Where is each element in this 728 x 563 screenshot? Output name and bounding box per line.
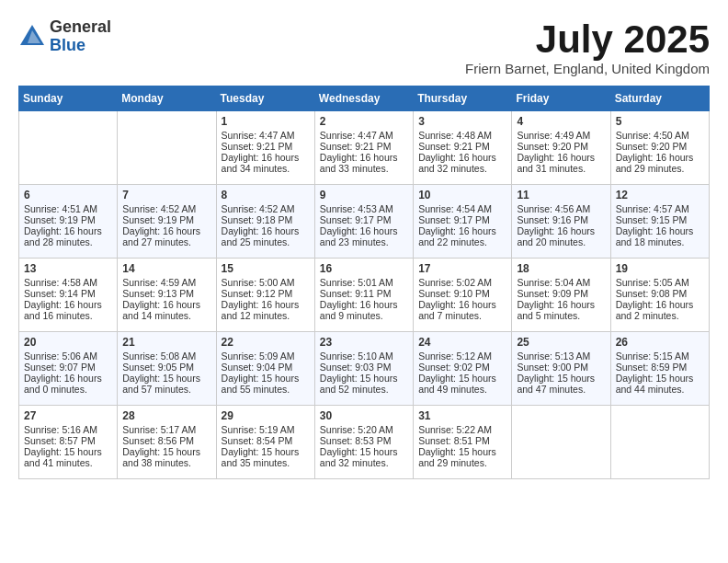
day-info: Daylight: 15 hours and 47 minutes. xyxy=(517,373,605,395)
day-number: 10 xyxy=(418,189,506,201)
day-info: Daylight: 15 hours and 41 minutes. xyxy=(24,446,112,468)
calendar-cell: 22Sunrise: 5:09 AMSunset: 9:04 PMDayligh… xyxy=(216,332,314,406)
calendar-cell: 27Sunrise: 5:16 AMSunset: 8:57 PMDayligh… xyxy=(19,406,118,479)
day-number: 4 xyxy=(517,115,605,128)
day-info: Daylight: 16 hours and 16 minutes. xyxy=(24,299,112,321)
day-info: Sunset: 9:00 PM xyxy=(517,362,605,373)
day-info: Daylight: 15 hours and 49 minutes. xyxy=(418,373,506,395)
day-info: Daylight: 16 hours and 28 minutes. xyxy=(24,225,112,247)
calendar-cell: 6Sunrise: 4:51 AMSunset: 9:19 PMDaylight… xyxy=(19,185,118,259)
day-info: Sunset: 9:19 PM xyxy=(122,214,210,225)
column-header-friday: Friday xyxy=(512,86,610,111)
day-info: Daylight: 15 hours and 44 minutes. xyxy=(616,373,704,395)
calendar-cell xyxy=(512,406,610,479)
calendar-week-1: 1Sunrise: 4:47 AMSunset: 9:21 PMDaylight… xyxy=(19,111,710,185)
day-info: Sunrise: 5:12 AM xyxy=(418,350,506,362)
calendar-cell: 13Sunrise: 4:58 AMSunset: 9:14 PMDayligh… xyxy=(19,259,118,332)
day-info: Sunset: 9:18 PM xyxy=(222,214,310,225)
day-number: 20 xyxy=(24,336,112,349)
day-info: Daylight: 16 hours and 2 minutes. xyxy=(616,299,704,321)
calendar-cell: 18Sunrise: 5:04 AMSunset: 9:09 PMDayligh… xyxy=(512,259,610,332)
calendar-cell: 28Sunrise: 5:17 AMSunset: 8:56 PMDayligh… xyxy=(118,406,216,479)
day-number: 2 xyxy=(320,115,408,128)
day-info: Sunset: 9:03 PM xyxy=(320,362,408,373)
day-info: Sunset: 9:21 PM xyxy=(222,141,310,152)
day-info: Daylight: 16 hours and 34 minutes. xyxy=(222,152,310,174)
day-info: Sunset: 9:13 PM xyxy=(122,288,210,299)
day-info: Sunrise: 5:15 AM xyxy=(616,350,704,362)
calendar-cell: 25Sunrise: 5:13 AMSunset: 9:00 PMDayligh… xyxy=(512,332,610,406)
day-info: Daylight: 16 hours and 20 minutes. xyxy=(517,225,605,247)
day-number: 31 xyxy=(418,409,506,422)
day-number: 29 xyxy=(222,409,310,422)
day-info: Sunset: 9:17 PM xyxy=(418,214,506,225)
day-info: Sunset: 8:54 PM xyxy=(222,435,310,446)
day-info: Sunset: 9:21 PM xyxy=(320,141,408,152)
day-number: 26 xyxy=(616,336,704,349)
day-info: Sunrise: 5:16 AM xyxy=(24,424,112,435)
day-info: Sunrise: 4:51 AM xyxy=(24,203,112,214)
location: Friern Barnet, England, United Kingdom xyxy=(465,61,710,76)
day-info: Sunset: 9:16 PM xyxy=(517,214,605,225)
calendar-cell: 17Sunrise: 5:02 AMSunset: 9:10 PMDayligh… xyxy=(414,259,512,332)
day-info: Sunset: 9:19 PM xyxy=(24,214,112,225)
column-header-monday: Monday xyxy=(118,86,216,111)
calendar-cell: 16Sunrise: 5:01 AMSunset: 9:11 PMDayligh… xyxy=(314,259,413,332)
column-header-thursday: Thursday xyxy=(414,86,512,111)
day-info: Sunset: 8:53 PM xyxy=(320,435,408,446)
calendar-week-4: 20Sunrise: 5:06 AMSunset: 9:07 PMDayligh… xyxy=(19,332,710,406)
page-header: General Blue July 2025 Friern Barnet, En… xyxy=(18,18,710,76)
day-info: Sunrise: 4:47 AM xyxy=(320,130,408,141)
calendar-cell: 11Sunrise: 4:56 AMSunset: 9:16 PMDayligh… xyxy=(512,185,610,259)
day-info: Sunrise: 4:48 AM xyxy=(418,130,506,141)
logo-blue: Blue xyxy=(50,37,111,55)
calendar-cell: 2Sunrise: 4:47 AMSunset: 9:21 PMDaylight… xyxy=(314,111,413,185)
day-info: Sunrise: 5:09 AM xyxy=(222,350,310,362)
calendar-table: SundayMondayTuesdayWednesdayThursdayFrid… xyxy=(18,86,710,479)
calendar-cell: 24Sunrise: 5:12 AMSunset: 9:02 PMDayligh… xyxy=(414,332,512,406)
day-info: Daylight: 15 hours and 29 minutes. xyxy=(418,446,506,468)
day-number: 8 xyxy=(222,189,310,201)
calendar-cell: 15Sunrise: 5:00 AMSunset: 9:12 PMDayligh… xyxy=(216,259,314,332)
day-info: Sunset: 9:17 PM xyxy=(320,214,408,225)
day-info: Sunrise: 5:02 AM xyxy=(418,277,506,288)
day-info: Daylight: 15 hours and 57 minutes. xyxy=(122,373,210,395)
day-info: Daylight: 16 hours and 9 minutes. xyxy=(320,299,408,321)
day-number: 6 xyxy=(24,189,112,201)
day-info: Daylight: 16 hours and 31 minutes. xyxy=(517,152,605,174)
day-number: 17 xyxy=(418,262,506,275)
day-info: Sunrise: 5:10 AM xyxy=(320,350,408,362)
calendar-cell xyxy=(118,111,216,185)
logo-text: General Blue xyxy=(50,18,111,55)
calendar-cell: 29Sunrise: 5:19 AMSunset: 8:54 PMDayligh… xyxy=(216,406,314,479)
day-number: 24 xyxy=(418,336,506,349)
calendar-cell: 12Sunrise: 4:57 AMSunset: 9:15 PMDayligh… xyxy=(610,185,709,259)
day-info: Sunrise: 5:19 AM xyxy=(222,424,310,435)
day-number: 1 xyxy=(222,115,310,128)
day-info: Sunset: 9:20 PM xyxy=(517,141,605,152)
calendar-cell: 31Sunrise: 5:22 AMSunset: 8:51 PMDayligh… xyxy=(414,406,512,479)
day-info: Sunrise: 4:52 AM xyxy=(122,203,210,214)
day-number: 5 xyxy=(616,115,704,128)
calendar-cell: 20Sunrise: 5:06 AMSunset: 9:07 PMDayligh… xyxy=(19,332,118,406)
day-info: Daylight: 16 hours and 22 minutes. xyxy=(418,225,506,247)
day-info: Daylight: 16 hours and 5 minutes. xyxy=(517,299,605,321)
title-block: July 2025 Friern Barnet, England, United… xyxy=(465,18,710,76)
day-number: 21 xyxy=(122,336,210,349)
calendar-cell: 23Sunrise: 5:10 AMSunset: 9:03 PMDayligh… xyxy=(314,332,413,406)
day-info: Sunrise: 5:00 AM xyxy=(222,277,310,288)
calendar-cell: 14Sunrise: 4:59 AMSunset: 9:13 PMDayligh… xyxy=(118,259,216,332)
day-info: Sunset: 9:08 PM xyxy=(616,288,704,299)
month-title: July 2025 xyxy=(465,18,710,61)
calendar-cell: 1Sunrise: 4:47 AMSunset: 9:21 PMDaylight… xyxy=(216,111,314,185)
column-header-sunday: Sunday xyxy=(19,86,118,111)
day-info: Daylight: 15 hours and 35 minutes. xyxy=(222,446,310,468)
day-info: Daylight: 16 hours and 27 minutes. xyxy=(122,225,210,247)
day-info: Sunrise: 5:17 AM xyxy=(122,424,210,435)
day-number: 9 xyxy=(320,189,408,201)
calendar-cell: 26Sunrise: 5:15 AMSunset: 8:59 PMDayligh… xyxy=(610,332,709,406)
day-info: Daylight: 16 hours and 33 minutes. xyxy=(320,152,408,174)
calendar-cell: 7Sunrise: 4:52 AMSunset: 9:19 PMDaylight… xyxy=(118,185,216,259)
calendar-cell: 21Sunrise: 5:08 AMSunset: 9:05 PMDayligh… xyxy=(118,332,216,406)
day-info: Daylight: 16 hours and 23 minutes. xyxy=(320,225,408,247)
